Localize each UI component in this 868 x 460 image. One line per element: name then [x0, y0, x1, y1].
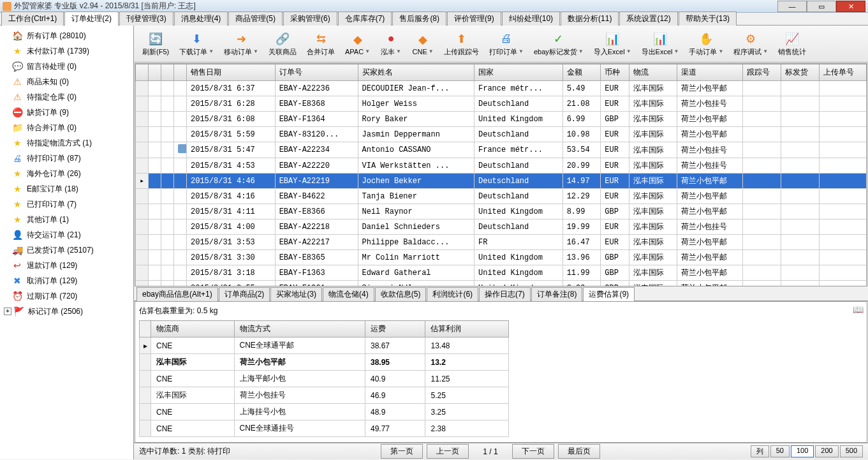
detail-tab[interactable]: 订单商品(2) — [219, 287, 270, 301]
sidebar-item[interactable]: ⏰过期订单 (720) — [1, 288, 132, 304]
main-tab[interactable]: 采购管理(6) — [283, 11, 337, 26]
order-row[interactable]: 2015/8/31 3:53EBAY-A22217Philippe Baldac… — [136, 235, 867, 250]
sidebar-item[interactable]: 📁待合并订单 (0) — [1, 120, 132, 135]
column-header[interactable]: 销售日期 — [187, 64, 276, 81]
freight-row[interactable]: CNE上海平邮小包40.911.25 — [140, 371, 509, 387]
freight-row[interactable]: CNECNE全球通挂号49.772.38 — [140, 420, 509, 437]
sidebar-item[interactable]: ★海外仓订单 (26) — [1, 166, 132, 181]
close-button[interactable]: ✕ — [836, 1, 865, 12]
detail-tab[interactable]: 操作日志(7) — [479, 287, 531, 301]
order-row[interactable]: 2015/8/31 4:11EBAY-E8366Neil RaynorUnite… — [136, 204, 867, 219]
sidebar-item[interactable]: 🚚已发货订单 (25107) — [1, 242, 132, 258]
order-row[interactable]: 2015/8/31 3:30EBAY-E8365Mr Colin Marriot… — [136, 250, 867, 265]
main-tab[interactable]: 工作台(Ctrl+1) — [1, 11, 64, 26]
list-mode-button[interactable]: 列 — [751, 445, 769, 457]
column-header[interactable]: 物流方式 — [234, 321, 365, 338]
order-row[interactable]: 2015/8/31 6:37EBAY-A22236DECOUDIER Jean-… — [136, 81, 867, 96]
column-header[interactable]: 订单号 — [275, 64, 358, 81]
freight-grid[interactable]: 物流商物流方式运费估算利润▸CNECNE全球通平邮38.6713.48泓丰国际荷… — [139, 320, 509, 437]
sidebar-item[interactable]: ★待指定物流方式 (1) — [1, 135, 132, 151]
order-row[interactable]: 2015/8/31 5:47EBAY-A22234Antonio CASSANO… — [136, 142, 867, 158]
sidebar-item[interactable]: 🏠所有订单 (28010) — [1, 28, 132, 43]
toolbar-button[interactable]: ⬇下载订单▼ — [175, 29, 218, 59]
toolbar-button[interactable]: ◆CNE▼ — [408, 30, 438, 57]
minimize-button[interactable]: — — [777, 1, 807, 12]
sidebar-item[interactable]: ⛔缺货订单 (9) — [1, 105, 132, 120]
main-tab[interactable]: 商品管理(5) — [228, 11, 283, 26]
detail-tab[interactable]: 物流仓储(4) — [323, 287, 374, 301]
first-page-button[interactable]: 第一页 — [381, 444, 423, 459]
order-row[interactable]: 2015/8/31 5:59EBAY-83120...Jasmin Depper… — [136, 127, 867, 142]
detail-tab[interactable]: 利润统计(6) — [427, 287, 478, 301]
toolbar-button[interactable]: ✓ebay标记发货▼ — [529, 29, 588, 59]
main-tab[interactable]: 系统设置(12) — [619, 11, 677, 26]
order-grid[interactable]: 销售日期订单号买家姓名国家金额币种物流渠道跟踪号标发货上传单号2015/8/31… — [135, 64, 867, 286]
sidebar-item[interactable]: ⚠待指定仓库 (0) — [1, 89, 132, 105]
sidebar-item[interactable]: ↩退款订单 (129) — [1, 258, 132, 273]
sidebar-item[interactable]: ⚠商品未知 (0) — [1, 74, 132, 89]
page-size-button[interactable]: 500 — [840, 445, 863, 457]
toolbar-button[interactable]: 📊导出Excel▼ — [637, 29, 684, 59]
sidebar-item[interactable]: ★已打印订单 (7) — [1, 197, 132, 212]
main-tab[interactable]: 评价管理(9) — [447, 11, 501, 26]
detail-tab[interactable]: ebay商品信息(Alt+1) — [136, 287, 218, 301]
order-row[interactable]: 2015/8/31 4:00EBAY-A22218Daniel Schniede… — [136, 219, 867, 235]
column-header[interactable]: 金额 — [563, 64, 601, 81]
book-icon[interactable]: 📖 — [853, 304, 863, 315]
toolbar-button[interactable]: ✋手动订单▼ — [684, 29, 728, 59]
sidebar-item[interactable]: ★未付款订单 (1739) — [1, 43, 132, 59]
freight-row[interactable]: ▸CNECNE全球通平邮38.6713.48 — [140, 338, 509, 354]
freight-row[interactable]: CNE上海挂号小包48.93.25 — [140, 404, 509, 420]
last-page-button[interactable]: 最后页 — [558, 444, 600, 459]
sidebar-item[interactable]: ✖取消订单 (129) — [1, 273, 132, 288]
main-tab[interactable]: 纠纷处理(10) — [502, 11, 560, 26]
main-tab[interactable]: 帮助关于(13) — [679, 11, 737, 26]
column-header[interactable] — [149, 64, 161, 81]
column-header[interactable]: 物流 — [629, 64, 677, 81]
main-tab[interactable]: 数据分析(11) — [561, 11, 619, 26]
sidebar-item[interactable]: 🖨待打印订单 (87) — [1, 151, 132, 166]
toolbar-button[interactable]: 📈销售统计 — [774, 29, 811, 59]
prev-page-button[interactable]: 上一页 — [427, 444, 469, 459]
order-row[interactable]: 2015/8/31 4:16EBAY-B4622Tanja BienerDeut… — [136, 189, 867, 204]
page-size-button[interactable]: 200 — [815, 445, 838, 457]
main-tab[interactable]: 售后服务(8) — [392, 11, 446, 26]
sidebar-item[interactable]: 👤待交运订单 (21) — [1, 227, 132, 242]
page-size-button[interactable]: 100 — [791, 445, 814, 457]
column-header[interactable]: 物流商 — [151, 321, 235, 338]
order-row[interactable]: 2015/8/31 2:55EBAY-F1361Singani NdlovuUn… — [136, 281, 867, 286]
column-header[interactable]: 估算利润 — [425, 321, 509, 338]
toolbar-button[interactable]: 🔗关联商品 — [264, 29, 301, 59]
toolbar-button[interactable]: 🔄刷新(F5) — [138, 29, 173, 59]
sidebar-item[interactable]: 💬留言待处理 (0) — [1, 59, 132, 74]
column-header[interactable]: 运费 — [365, 321, 425, 338]
main-tab[interactable]: 刊登管理(3) — [119, 11, 173, 26]
toolbar-button[interactable]: ⇆合并订单 — [302, 29, 339, 59]
main-tab[interactable]: 订单处理(2) — [64, 11, 119, 26]
detail-tab[interactable]: 收款信息(5) — [375, 287, 427, 301]
toolbar-button[interactable]: 📊导入Excel▼ — [589, 29, 636, 59]
order-category-sidebar[interactable]: 🏠所有订单 (28010)★未付款订单 (1739)💬留言待处理 (0)⚠商品未… — [0, 26, 134, 459]
next-page-button[interactable]: 下一页 — [512, 444, 554, 459]
toolbar-button[interactable]: ◆APAC▼ — [341, 30, 374, 57]
detail-tab[interactable]: 订单备注(8) — [531, 287, 583, 301]
order-row[interactable]: 2015/8/31 4:46EBAY-A22219Jochen BekkerDe… — [136, 174, 867, 189]
column-header[interactable]: 渠道 — [677, 64, 743, 81]
column-header[interactable] — [161, 64, 174, 81]
sidebar-item[interactable]: ★E邮宝订单 (18) — [1, 181, 132, 197]
main-tab[interactable]: 仓库库存(7) — [338, 11, 392, 26]
column-header[interactable]: 上传单号 — [819, 64, 866, 81]
main-tab[interactable]: 消息处理(4) — [174, 11, 228, 26]
order-row[interactable]: 2015/8/31 4:53EBAY-A22220VIA Werkstätten… — [136, 158, 867, 174]
sidebar-item[interactable]: +🚩标记订单 (2506) — [1, 304, 132, 319]
toolbar-button[interactable]: ➜移动订单▼ — [219, 29, 263, 59]
column-header[interactable] — [174, 64, 187, 81]
toolbar-button[interactable]: ⬆上传跟踪号 — [439, 29, 483, 59]
page-size-button[interactable]: 50 — [770, 445, 790, 457]
column-header[interactable] — [140, 321, 151, 338]
column-header[interactable]: 买家姓名 — [358, 64, 474, 81]
toolbar-button[interactable]: 🖨打印订单▼ — [485, 29, 528, 59]
column-header[interactable] — [136, 64, 149, 81]
column-header[interactable]: 国家 — [474, 64, 563, 81]
column-header[interactable]: 币种 — [601, 64, 629, 81]
